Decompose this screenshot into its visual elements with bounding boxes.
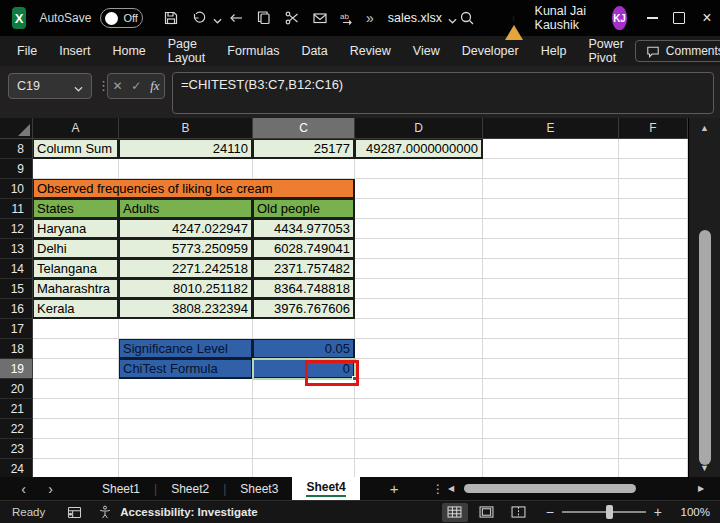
page-break-view-button[interactable]: [506, 503, 532, 522]
page-layout-view-button[interactable]: [474, 503, 500, 522]
cell[interactable]: [619, 259, 688, 279]
copy-icon[interactable]: [250, 4, 278, 32]
cell[interactable]: [253, 159, 355, 179]
cell[interactable]: [119, 319, 253, 339]
row-header-21[interactable]: 21: [0, 399, 33, 419]
cell[interactable]: [619, 399, 688, 419]
ribbon-tab-review[interactable]: Review: [339, 36, 402, 66]
cell[interactable]: [483, 199, 619, 219]
column-header-E[interactable]: E: [483, 118, 619, 139]
cell-A16[interactable]: Kerala: [33, 299, 119, 319]
row-header-18[interactable]: 18: [0, 339, 33, 359]
cell[interactable]: [253, 439, 355, 459]
row-header-12[interactable]: 12: [0, 219, 33, 239]
cell[interactable]: [119, 399, 253, 419]
cell-A14[interactable]: Telangana: [33, 259, 119, 279]
ribbon-tab-formulas[interactable]: Formulas: [216, 36, 290, 66]
row-header-14[interactable]: 14: [0, 259, 33, 279]
row-header-15[interactable]: 15: [0, 279, 33, 299]
cell-B8[interactable]: 24110: [119, 139, 253, 159]
name-box[interactable]: C19: [8, 73, 92, 99]
horizontal-scroll-thumb[interactable]: [464, 484, 636, 493]
cell-C14[interactable]: 2371.757482: [253, 259, 355, 279]
cell-A13[interactable]: Delhi: [33, 239, 119, 259]
row-header-13[interactable]: 13: [0, 239, 33, 259]
cell[interactable]: [355, 399, 483, 419]
cell[interactable]: [619, 459, 688, 477]
cell[interactable]: [253, 319, 355, 339]
cell-B13[interactable]: 5773.250959: [119, 239, 253, 259]
cut-icon[interactable]: [278, 4, 306, 32]
cell[interactable]: [119, 439, 253, 459]
select-all-corner[interactable]: [0, 118, 33, 139]
normal-view-button[interactable]: [442, 503, 468, 522]
cell[interactable]: [483, 319, 619, 339]
translate-icon[interactable]: ab: [334, 4, 362, 32]
cell[interactable]: [619, 219, 688, 239]
row-header-16[interactable]: 16: [0, 299, 33, 319]
cell[interactable]: [253, 379, 355, 399]
column-header-A[interactable]: A: [33, 118, 119, 139]
cell-C12[interactable]: 4434.977053: [253, 219, 355, 239]
cell[interactable]: [619, 359, 688, 379]
cell[interactable]: [483, 259, 619, 279]
cell-A12[interactable]: Haryana: [33, 219, 119, 239]
cell[interactable]: [33, 359, 119, 379]
row-header-17[interactable]: 17: [0, 319, 33, 339]
ribbon-tab-home[interactable]: Home: [101, 36, 156, 66]
row-header-20[interactable]: 20: [0, 379, 33, 399]
ribbon-tab-file[interactable]: File: [6, 36, 48, 66]
cell-B19[interactable]: ChiTest Formula: [119, 359, 253, 379]
cell[interactable]: [483, 299, 619, 319]
back-arrow-icon[interactable]: [222, 4, 250, 32]
cell[interactable]: [619, 319, 688, 339]
sheet-more-icon[interactable]: ⋮: [432, 482, 444, 496]
cell-A10-merged[interactable]: Observed frequencies of liking Ice cream: [33, 179, 355, 199]
cell[interactable]: [619, 179, 688, 199]
cell[interactable]: [33, 319, 119, 339]
zoom-out-icon[interactable]: −: [546, 504, 554, 520]
hscroll-left-icon[interactable]: ◀: [448, 484, 462, 493]
sheet-next-icon[interactable]: ›: [37, 481, 64, 497]
cell[interactable]: [483, 339, 619, 359]
cell-C11[interactable]: Old people: [253, 199, 355, 219]
comments-button[interactable]: Comments: [635, 40, 720, 62]
ribbon-tab-help[interactable]: Help: [530, 36, 578, 66]
cell-A11[interactable]: States: [33, 199, 119, 219]
close-button[interactable]: ×: [694, 0, 720, 36]
cell[interactable]: [355, 419, 483, 439]
cell-C15[interactable]: 8364.748818: [253, 279, 355, 299]
column-header-F[interactable]: F: [619, 118, 688, 139]
sheet-tab-sheet4[interactable]: Sheet4: [292, 477, 359, 500]
cell[interactable]: [619, 279, 688, 299]
cell[interactable]: [619, 199, 688, 219]
zoom-level[interactable]: 100%: [672, 506, 710, 518]
scroll-up-icon[interactable]: ▲: [689, 123, 720, 133]
row-header-11[interactable]: 11: [0, 199, 33, 219]
horizontal-scrollbar[interactable]: ◀ ▶: [448, 481, 712, 496]
cell[interactable]: [619, 419, 688, 439]
cell-A15[interactable]: Maharashtra: [33, 279, 119, 299]
scroll-down-icon[interactable]: ▼: [689, 463, 720, 473]
cell[interactable]: [355, 319, 483, 339]
cell-B12[interactable]: 4247.022947: [119, 219, 253, 239]
accessibility-icon[interactable]: [98, 505, 112, 519]
column-header-B[interactable]: B: [119, 118, 253, 139]
vertical-scroll-thumb[interactable]: [699, 230, 711, 465]
cell[interactable]: [355, 299, 483, 319]
cell-B11[interactable]: Adults: [119, 199, 253, 219]
insert-function-icon[interactable]: fx: [150, 78, 159, 94]
zoom-slider-knob[interactable]: [606, 505, 613, 519]
macro-record-icon[interactable]: [67, 506, 82, 519]
column-header-D[interactable]: D: [355, 118, 483, 139]
cell-B16[interactable]: 3808.232394: [119, 299, 253, 319]
ribbon-tab-developer[interactable]: Developer: [451, 36, 530, 66]
cell[interactable]: [483, 159, 619, 179]
minimize-button[interactable]: [639, 0, 665, 36]
row-header-10[interactable]: 10: [0, 179, 33, 199]
cell[interactable]: [355, 379, 483, 399]
row-header-19[interactable]: 19: [0, 359, 33, 379]
row-header-23[interactable]: 23: [0, 439, 33, 459]
cell[interactable]: [483, 399, 619, 419]
row-header-8[interactable]: 8: [0, 139, 33, 159]
